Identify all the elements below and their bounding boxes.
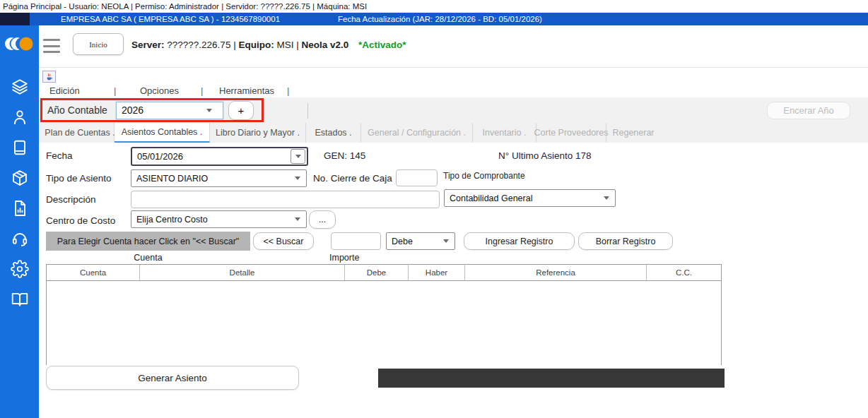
column-header-detalle: Detalle bbox=[140, 265, 345, 280]
equipo-label: Equipo: bbox=[238, 40, 274, 50]
grid-header: Cuenta Detalle Debe Haber Referencia C.C… bbox=[47, 265, 721, 281]
app-header: Inicio Server: ??????.226.75 | Equipo: M… bbox=[39, 25, 868, 68]
chevron-down-icon bbox=[295, 177, 300, 180]
tab-asientos-contables[interactable]: Asientos Contables . bbox=[115, 123, 210, 143]
tab-estados[interactable]: Estados . bbox=[306, 123, 361, 143]
column-header-haber: Haber bbox=[409, 265, 465, 280]
layers-icon[interactable] bbox=[11, 78, 29, 96]
server-value: ??????.226.75 | bbox=[165, 40, 239, 50]
column-header-referencia: Referencia bbox=[465, 265, 647, 280]
descripcion-label: Descripción bbox=[46, 194, 96, 205]
comprobante-select[interactable]: Contabilidad General bbox=[444, 189, 616, 207]
ultimo-asiento-text: N° Ultimo Asiento 178 bbox=[498, 150, 591, 161]
column-header-cc: C.C. bbox=[647, 265, 721, 280]
tab-bar: Plan de Cuentas . Asientos Contables . L… bbox=[39, 123, 868, 143]
company-info: EMPRESA ABC SA ( EMPRESA ABC SA ) - 1234… bbox=[61, 13, 280, 25]
grid-body-empty[interactable] bbox=[47, 281, 721, 365]
server-label: Server: bbox=[131, 40, 165, 50]
tab-libro-diario-y-mayor[interactable]: Libro Diario y Mayor . bbox=[210, 123, 306, 143]
centro-costo-more-button[interactable]: ... bbox=[309, 210, 336, 229]
anio-contable-band: Año Contable 2026 + Encerar Año bbox=[39, 97, 868, 123]
tipo-asiento-value: ASIENTO DIARIO bbox=[131, 174, 295, 184]
menu-separator: | bbox=[114, 85, 116, 96]
main-panel: Edición | Opciones | Herramientas | Año … bbox=[39, 68, 868, 418]
app-logo-icon bbox=[4, 34, 35, 54]
cierre-caja-label: No. Cierre de Caja bbox=[313, 173, 392, 184]
anio-contable-select[interactable]: 2026 bbox=[116, 102, 223, 119]
status-dark-bar bbox=[378, 369, 725, 388]
column-header-debe: Debe bbox=[345, 265, 409, 280]
sidebar bbox=[0, 25, 39, 418]
tipo-asiento-label: Tipo de Asiento bbox=[46, 173, 112, 184]
tab-regenerar[interactable]: Regenerar bbox=[606, 123, 660, 143]
gen-counter: GEN: 145 bbox=[324, 150, 365, 161]
comprobante-label: Tipo de Comprobante bbox=[443, 171, 525, 181]
importe-input[interactable] bbox=[331, 232, 381, 250]
tab-inventario[interactable]: Inventario . bbox=[473, 123, 536, 143]
menu-separator: | bbox=[201, 85, 203, 96]
activated-status: *Activado* bbox=[358, 40, 406, 50]
centro-costo-value: Elija Centro Costo bbox=[131, 215, 295, 225]
generar-asiento-button[interactable]: Generar Asiento bbox=[46, 366, 299, 390]
tablet-icon[interactable] bbox=[11, 138, 29, 157]
menu-edicion[interactable]: Edición bbox=[49, 85, 80, 96]
asiento-grid: Cuenta Detalle Debe Haber Referencia C.C… bbox=[46, 264, 722, 365]
ingresar-registro-button[interactable]: Ingresar Registro bbox=[464, 232, 575, 250]
debe-haber-select[interactable]: Debe bbox=[386, 232, 455, 250]
descripcion-input[interactable] bbox=[131, 191, 440, 208]
window-title: Página Principal - Usuario: NEOLA | Perm… bbox=[0, 0, 868, 13]
chevron-down-icon bbox=[295, 155, 301, 158]
java-applet-icon bbox=[42, 71, 56, 83]
anio-contable-value: 2026 bbox=[122, 104, 143, 116]
highlight-red-box: Año Contable 2026 + bbox=[40, 98, 264, 122]
fecha-value: 05/01/2026 bbox=[132, 151, 291, 162]
menu-opciones[interactable]: Opciones bbox=[140, 85, 179, 96]
tab-plan-de-cuentas[interactable]: Plan de Cuentas . bbox=[46, 123, 115, 143]
fecha-label: Fecha bbox=[46, 150, 73, 161]
hamburger-menu-icon[interactable] bbox=[43, 39, 60, 53]
comprobante-value: Contabilidad General bbox=[445, 193, 604, 203]
buscar-hint: Para Elegir Cuenta hacer Click en "<< Bu… bbox=[46, 232, 250, 251]
tab-corte-proveedores[interactable]: Corte Proveedores bbox=[536, 123, 606, 143]
divider bbox=[307, 103, 308, 119]
cierre-caja-input[interactable] bbox=[396, 169, 438, 186]
package-icon[interactable] bbox=[11, 169, 29, 187]
anio-contable-label: Año Contable bbox=[42, 104, 116, 116]
server-status-line: Server: ??????.226.75 | Equipo: MSI | Ne… bbox=[131, 40, 406, 50]
tipo-asiento-select[interactable]: ASIENTO DIARIO bbox=[131, 169, 307, 187]
menu-separator: | bbox=[287, 85, 289, 96]
menu-bar: Edición | Opciones | Herramientas | bbox=[39, 85, 868, 97]
column-header-cuenta: Cuenta bbox=[47, 265, 140, 280]
report-icon[interactable] bbox=[11, 199, 29, 217]
chevron-down-icon bbox=[206, 109, 212, 112]
add-year-button[interactable]: + bbox=[228, 101, 254, 120]
inicio-button[interactable]: Inicio bbox=[73, 33, 124, 55]
debe-haber-value: Debe bbox=[387, 237, 443, 246]
headset-icon[interactable] bbox=[11, 229, 29, 248]
fecha-combobox[interactable]: 05/01/2026 bbox=[131, 147, 308, 166]
chevron-down-icon bbox=[443, 239, 449, 243]
app-window: Página Principal - Usuario: NEOLA | Perm… bbox=[0, 0, 868, 418]
settings-icon[interactable] bbox=[11, 260, 29, 278]
borrar-registro-button[interactable]: Borrar Registro bbox=[578, 232, 673, 250]
update-date-info: Fecha Actualización (JAR: 28/12/2026 - B… bbox=[338, 13, 542, 25]
cuenta-label: Cuenta bbox=[46, 253, 250, 263]
chevron-down-icon bbox=[295, 217, 300, 221]
centro-costo-select[interactable]: Elija Centro Costo bbox=[131, 210, 307, 228]
encerar-anio-button[interactable]: Encerar Año bbox=[767, 102, 850, 119]
fecha-dropdown-button[interactable] bbox=[291, 149, 305, 164]
user-icon[interactable] bbox=[11, 108, 29, 126]
importe-label: Importe bbox=[329, 253, 359, 263]
tab-general-configuracion[interactable]: General / Configuración . bbox=[361, 123, 473, 143]
company-bar: EMPRESA ABC SA ( EMPRESA ABC SA ) - 1234… bbox=[0, 13, 868, 25]
menu-herramientas[interactable]: Herramientas bbox=[219, 85, 274, 96]
buscar-button[interactable]: << Buscar bbox=[253, 232, 314, 250]
book-icon[interactable] bbox=[11, 290, 29, 309]
app-name: Neola v2.0 bbox=[301, 40, 348, 50]
centro-costo-label: Centro de Costo bbox=[46, 215, 115, 226]
equipo-value: MSI | bbox=[274, 40, 299, 50]
chevron-down-icon bbox=[604, 196, 609, 200]
corner-block bbox=[0, 13, 30, 25]
